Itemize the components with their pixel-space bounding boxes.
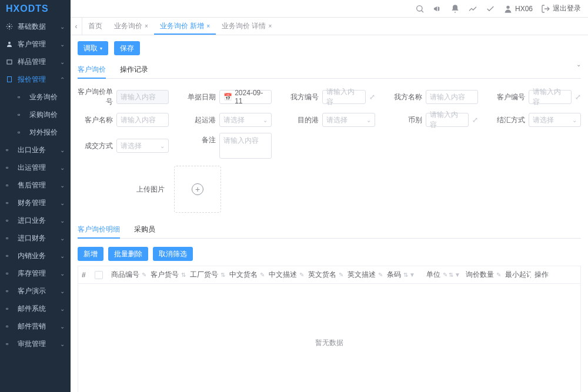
menu-import-finance[interactable]: ▫进口财务⌄ [0,229,71,247]
export-icon: ▫ [6,146,14,154]
detailtab-inquiry-detail[interactable]: 客户询价明细 [78,221,120,238]
th-select-all[interactable] [91,271,108,279]
edit-icon: ✎ [299,272,304,278]
menu-mail-marketing[interactable]: ▫邮件营销⌄ [0,317,71,335]
select-dest-port[interactable]: 请选择⌄ [322,113,375,127]
tab-prev-button[interactable]: ‹ [71,18,82,35]
menu-domestic[interactable]: ▫内销业务⌄ [0,247,71,264]
menu-inventory[interactable]: ▫库存管理⌄ [0,264,71,282]
svg-line-1 [422,10,423,12]
edit-icon: ✎ [260,272,265,278]
select-trade-type[interactable]: 请选择⌄ [116,139,169,153]
label-remark: 备注 [181,133,216,145]
logo: HXODTS [0,0,71,18]
lookup-icon[interactable]: ⤢ [575,93,581,101]
announcement-icon[interactable] [433,4,442,14]
lookup-icon[interactable]: ⤢ [369,93,375,101]
user-info[interactable]: HX06 [503,4,533,14]
input-our-name[interactable]: 请输入内容 [426,90,478,104]
box-icon [6,58,14,66]
tab-biz-inquiry[interactable]: 业务询价× [108,18,154,35]
save-button[interactable]: 保存 [114,41,140,55]
submenu-purchase-inquiry[interactable]: ▫采购询价 [0,106,71,123]
input-cust-name[interactable]: 请输入内容 [116,113,169,127]
th-unit[interactable]: 单位✎⇅▼ [423,270,462,280]
svg-point-3 [9,26,11,28]
label-upload: 上传图片 [129,185,165,195]
label-bill-date: 单据日期 [181,92,216,102]
logout-icon [541,4,550,14]
menu-demo[interactable]: ▫客户演示⌄ [0,282,71,300]
add-button[interactable]: 新增 [78,247,103,261]
th-en-name[interactable]: 英文货名✎⇅▼ [305,270,344,280]
menu-export[interactable]: ▫出口业务⌄ [0,141,71,159]
edit-icon: ✎ [378,272,383,278]
mail-icon: ▫ [6,304,14,313]
batch-delete-button[interactable]: 批量删除 [108,247,148,261]
chevron-down-icon: ⌄ [60,200,65,206]
textarea-remark[interactable]: 请输入内容 [219,133,272,159]
th-product-no[interactable]: 商品编号✎⇅▼ [108,270,147,280]
chevron-down-icon: ⌄ [60,288,65,294]
select-depart-port[interactable]: 请选择⌄ [219,113,272,127]
tab-home[interactable]: 首页 [82,18,108,35]
chevron-down-icon: ⌄ [60,24,65,30]
menu-import[interactable]: ▫进口业务⌄ [0,212,71,229]
doc-icon: ▫ [18,110,26,119]
logout-button[interactable]: 退出登录 [541,4,581,14]
subtab-customer-inquiry[interactable]: 客户询价 [78,61,106,78]
close-icon[interactable]: × [206,23,210,29]
input-currency[interactable]: 请输入内容 [426,113,469,127]
menu-shipping[interactable]: ▫出运管理⌄ [0,159,71,176]
cancel-filter-button[interactable]: 取消筛选 [153,247,193,261]
th-qty[interactable]: 询价数量✎⇅▼ [462,270,502,280]
menu-customer[interactable]: 客户管理⌄ [0,35,71,53]
input-cust-no[interactable]: 请输入内容 [529,90,572,104]
money-icon: ▫ [6,234,14,242]
th-barcode[interactable]: 条码⇅▼ [383,270,423,280]
subtab-operation-log[interactable]: 操作记录 [120,61,148,78]
ship-icon: ▫ [6,163,14,172]
menu-approval[interactable]: ▫审批管理⌄ [0,335,71,353]
input-inquiry-no: 请输入内容 [116,90,169,104]
get-button[interactable]: 调取 [78,41,108,55]
menu-sample[interactable]: 样品管理⌄ [0,53,71,71]
menu-quotation[interactable]: 报价管理⌃ [0,71,71,88]
label-cust-no: 客户编号 [490,92,525,102]
chart-icon[interactable] [468,4,477,14]
lookup-icon[interactable]: ⤢ [472,116,478,124]
th-en-desc[interactable]: 英文描述✎⇅▼ [344,270,383,280]
doc-icon: ▫ [18,93,26,101]
submenu-biz-inquiry[interactable]: ▫业务询价 [0,88,71,106]
th-index: # [78,271,91,279]
close-icon[interactable]: × [145,23,148,29]
chevron-down-icon: ⌄ [60,182,65,189]
th-cn-name[interactable]: 中文货名✎⇅▼ [226,270,265,280]
input-our-no[interactable]: 请输入内容 [322,90,365,104]
select-rate-type[interactable]: 请选择⌄ [529,113,581,127]
input-bill-date[interactable]: 📅2024-09-11 [219,90,272,104]
label-cust-name: 客户名称 [78,115,113,125]
edit-icon: ✎ [443,272,447,278]
search-icon[interactable] [415,4,425,14]
check-icon[interactable] [486,4,495,14]
menu-aftersale[interactable]: ▫售后管理⌄ [0,176,71,194]
detailtab-buyer[interactable]: 采购员 [134,221,155,238]
bell-icon[interactable] [450,4,460,14]
upload-box[interactable]: + [174,166,221,213]
submenu-external-quote[interactable]: ▫对外报价 [0,123,71,141]
chevron-up-icon: ⌃ [60,76,65,83]
close-icon[interactable]: × [268,23,272,29]
menu-finance[interactable]: ▫财务管理⌄ [0,194,71,212]
th-cust-item-no[interactable]: 客户货号⇅▼ [147,270,186,280]
tab-biz-inquiry-new[interactable]: 业务询价 新增× [154,18,216,35]
sort-icon: ⇅ [403,272,408,278]
th-cn-desc[interactable]: 中文描述✎⇅▼ [265,270,305,280]
tab-biz-inquiry-detail[interactable]: 业务询价 详情× [216,18,278,35]
th-moq[interactable]: 最小起订量 [502,270,531,280]
th-factory-item-no[interactable]: 工厂货号⇅▼ [186,270,226,280]
chevron-down-icon: ⌄ [60,41,65,48]
menu-basic-data[interactable]: 基础数据⌄ [0,18,71,35]
menu-mail-system[interactable]: ▫邮件系统⌄ [0,300,71,317]
collapse-toggle[interactable]: ⌄ [576,61,581,78]
